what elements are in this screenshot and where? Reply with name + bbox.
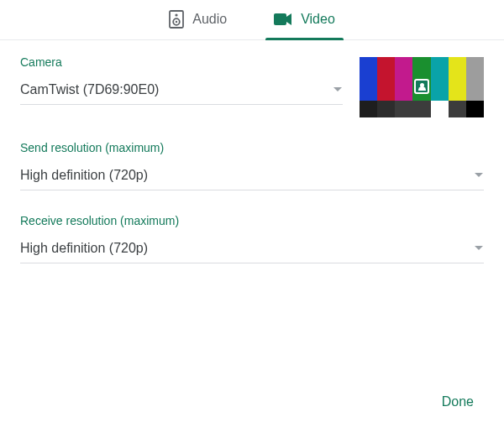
svg-point-3	[176, 21, 177, 23]
send-resolution-label: Send resolution (maximum)	[20, 141, 484, 154]
camera-preview	[360, 57, 484, 117]
receive-resolution-label: Receive resolution (maximum)	[20, 214, 484, 227]
tab-audio-label: Audio	[192, 12, 227, 27]
tab-audio[interactable]: Audio	[165, 0, 230, 39]
tab-video[interactable]: Video	[270, 0, 339, 39]
camera-label: Camera	[20, 55, 343, 69]
settings-content: Camera CamTwist (7D69:90E0)	[0, 40, 504, 388]
chevron-down-icon	[474, 245, 484, 252]
speaker-icon	[169, 10, 184, 29]
camera-select[interactable]: CamTwist (7D69:90E0)	[20, 77, 343, 105]
tabs: Audio Video	[0, 0, 504, 40]
chevron-down-icon	[474, 172, 484, 179]
video-camera-icon	[274, 13, 292, 26]
tab-video-label: Video	[301, 12, 335, 27]
svg-point-1	[176, 13, 178, 16]
svg-rect-4	[274, 13, 286, 25]
receive-resolution-select[interactable]: High definition (720p)	[20, 236, 484, 263]
chevron-down-icon	[333, 86, 343, 93]
done-button[interactable]: Done	[432, 388, 484, 416]
send-resolution-value: High definition (720p)	[20, 168, 148, 183]
person-overlay-icon	[414, 79, 429, 94]
footer: Done	[0, 388, 504, 438]
camera-value: CamTwist (7D69:90E0)	[20, 82, 159, 97]
receive-resolution-value: High definition (720p)	[20, 241, 148, 256]
send-resolution-select[interactable]: High definition (720p)	[20, 163, 484, 190]
